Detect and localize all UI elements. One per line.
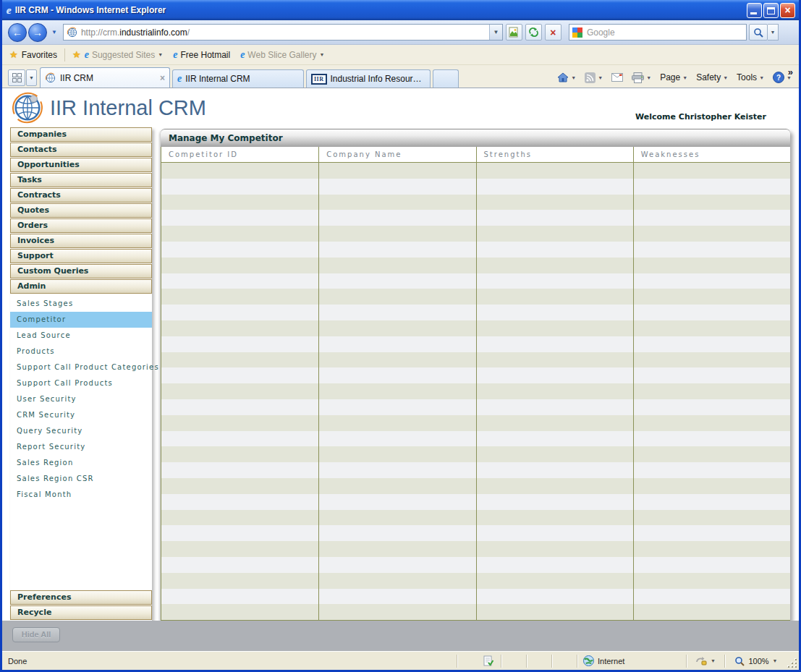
compatibility-view-button[interactable] xyxy=(506,24,522,41)
sidebar-section-support[interactable]: Support xyxy=(10,249,152,263)
globe-favicon xyxy=(45,72,56,84)
sidebar-item-query-security[interactable]: Query Security xyxy=(10,423,152,439)
table-cell xyxy=(161,273,318,289)
table-cell xyxy=(476,163,633,179)
table-cell xyxy=(476,525,633,541)
sidebar-item-sales-stages[interactable]: Sales Stages xyxy=(10,296,152,312)
print-button[interactable]: ▼ xyxy=(629,72,654,83)
google-icon xyxy=(572,27,582,38)
page-check-icon xyxy=(483,655,493,666)
new-tab-stub[interactable] xyxy=(433,69,459,88)
resize-grip[interactable] xyxy=(787,652,799,670)
sidebar-section-orders[interactable]: Orders xyxy=(10,218,152,233)
search-input[interactable]: Google xyxy=(569,24,747,41)
safety-menu[interactable]: Safety▼ xyxy=(693,72,731,82)
address-dropdown[interactable]: ▼ xyxy=(489,25,502,40)
table-cell xyxy=(476,242,633,258)
sidebar-section-invoices[interactable]: Invoices xyxy=(10,234,152,248)
sidebar-section-companies[interactable]: Companies xyxy=(10,127,152,142)
tab-industrial-info-resources-ii[interactable]: IIRIndustrial Info Resources, II... xyxy=(306,69,431,88)
table-cell xyxy=(633,226,790,242)
sidebar-item-support-call-product-categories[interactable]: Support Call Product Categories xyxy=(10,360,152,375)
page-menu[interactable]: Page▼ xyxy=(657,72,690,82)
minimize-button[interactable] xyxy=(747,3,762,18)
table-cell xyxy=(318,589,475,605)
close-button[interactable]: × xyxy=(780,3,795,18)
main-panel: Manage My Competitor Competitor IDCompan… xyxy=(161,129,790,621)
print-dropdown[interactable]: ▼ xyxy=(646,75,651,80)
favorites-button[interactable]: Favorites xyxy=(22,50,57,60)
toolbar-overflow-chevron[interactable]: » xyxy=(788,67,793,77)
competitor-table: Competitor IDCompany NameStrengthsWeakne… xyxy=(161,147,790,621)
sidebar-item-user-security[interactable]: User Security xyxy=(10,391,152,407)
favorites-item-web-slice-gallery[interactable]: eWeb Slice Gallery▼ xyxy=(240,49,324,61)
table-cell xyxy=(161,179,318,195)
safety-menu-caret: ▼ xyxy=(723,75,728,80)
sidebar-item-crm-security[interactable]: CRM Security xyxy=(10,407,152,423)
forward-button[interactable]: → xyxy=(28,23,47,42)
sidebar-item-lead-source[interactable]: Lead Source xyxy=(10,328,152,344)
table-cell xyxy=(476,478,633,494)
add-favorite-icon[interactable]: ★ xyxy=(72,49,81,60)
table-row xyxy=(161,179,790,195)
favorites-item-suggested-sites[interactable]: eSuggested Sites▼ xyxy=(85,49,164,61)
table-cell xyxy=(476,383,633,399)
tab-label: IIR Internal CRM xyxy=(185,74,250,84)
stop-button[interactable]: × xyxy=(545,24,561,41)
feeds-button[interactable]: ▼ xyxy=(582,72,606,83)
table-row xyxy=(161,462,790,478)
tab-iir-crm[interactable]: IIR CRM× xyxy=(40,67,170,88)
table-cell xyxy=(633,179,790,195)
table-cell xyxy=(633,462,790,478)
sidebar-section-recycle[interactable]: Recycle xyxy=(10,605,152,620)
home-dropdown[interactable]: ▼ xyxy=(571,75,576,80)
sidebar-section-opportunities[interactable]: Opportunities xyxy=(10,158,152,172)
security-zone: Internet xyxy=(577,652,686,670)
tools-menu[interactable]: Tools▼ xyxy=(734,72,767,82)
table-cell xyxy=(476,367,633,383)
sidebar-item-report-security[interactable]: Report Security xyxy=(10,439,152,455)
column-header-competitor-id[interactable]: Competitor ID xyxy=(161,147,318,162)
address-input[interactable]: http://crm.industrialinfo.com/ ▼ xyxy=(63,24,503,41)
tab-list-dropdown[interactable]: ▼ xyxy=(26,69,37,86)
zoom-control[interactable]: 100% ▼ xyxy=(725,652,787,670)
sidebar-section-custom-queries[interactable]: Custom Queries xyxy=(10,264,152,278)
title-bar: e IIR CRM - Windows Internet Explorer × xyxy=(2,0,799,20)
svg-text:?: ? xyxy=(776,74,781,82)
sidebar-item-sales-region[interactable]: Sales Region xyxy=(10,455,152,471)
refresh-button[interactable] xyxy=(525,24,542,41)
search-options-dropdown[interactable]: ▼ xyxy=(768,24,779,41)
sidebar-item-competitor[interactable]: Competitor xyxy=(10,312,152,328)
sidebar-section-tasks[interactable]: Tasks xyxy=(10,173,152,187)
sidebar-section-admin[interactable]: Admin xyxy=(10,279,152,294)
hide-all-button[interactable]: Hide All xyxy=(12,627,60,642)
tab-close-icon[interactable]: × xyxy=(150,73,165,83)
sidebar-item-support-call-products[interactable]: Support Call Products xyxy=(10,375,152,391)
sidebar-section-preferences[interactable]: Preferences xyxy=(10,590,152,605)
search-button[interactable] xyxy=(749,24,768,41)
sidebar-item-sales-region-csr[interactable]: Sales Region CSR xyxy=(10,471,152,487)
protected-mode-button[interactable]: ▼ xyxy=(687,652,724,670)
quick-tabs-button[interactable] xyxy=(8,69,25,86)
url-domain: industrialinfo.com xyxy=(119,27,187,38)
table-cell xyxy=(476,510,633,526)
home-button[interactable]: ▼ xyxy=(554,72,579,82)
tab-iir-internal-crm[interactable]: eIIR Internal CRM xyxy=(172,69,304,88)
column-header-company-name[interactable]: Company Name xyxy=(318,147,475,162)
maximize-button[interactable] xyxy=(763,3,779,18)
feeds-dropdown: ▼ xyxy=(598,75,603,80)
column-header-strengths[interactable]: Strengths xyxy=(476,147,633,162)
sidebar-item-fiscal-month[interactable]: Fiscal Month xyxy=(10,487,152,503)
read-mail-button[interactable] xyxy=(609,73,626,82)
table-cell xyxy=(476,415,633,431)
sidebar-section-contacts[interactable]: Contacts xyxy=(10,143,152,157)
table-cell xyxy=(161,163,318,179)
sidebar-section-contracts[interactable]: Contracts xyxy=(10,188,152,203)
sidebar-section-quotes[interactable]: Quotes xyxy=(10,203,152,218)
column-header-weaknesses[interactable]: Weaknesses xyxy=(633,147,790,162)
table-cell xyxy=(633,195,790,210)
back-button[interactable]: ← xyxy=(8,23,27,42)
history-dropdown[interactable]: ▼ xyxy=(51,29,57,35)
favorites-item-free-hotmail[interactable]: eFree Hotmail xyxy=(173,49,230,61)
sidebar-item-products[interactable]: Products xyxy=(10,344,152,360)
